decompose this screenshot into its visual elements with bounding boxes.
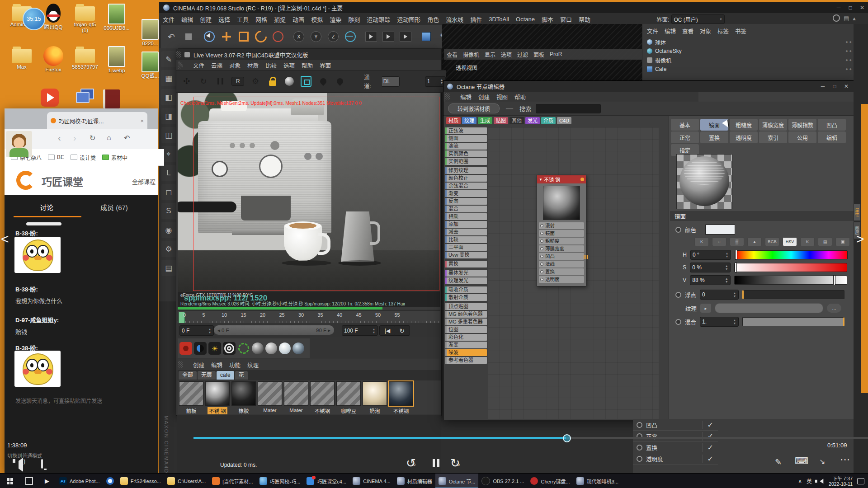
material-menu-item[interactable]: 编辑 — [211, 361, 222, 369]
desktop-icon[interactable] — [35, 89, 64, 107]
frame-range-slider[interactable]: ◂ 0 F 90 F ▸ — [214, 325, 334, 335]
texture-browse-button[interactable]: ... — [827, 304, 841, 313]
left-tool-3-icon[interactable]: ◨ — [161, 108, 176, 124]
material-thumbnail[interactable] — [284, 381, 308, 406]
color-tool-▒[interactable]: ▒ — [730, 237, 744, 246]
desktop-icon-585379797[interactable]: 585379797 — [71, 45, 99, 70]
node-type-item[interactable]: 渐变 — [445, 342, 487, 348]
refresh-frame-button[interactable]: ↻ — [394, 325, 410, 336]
all-courses-link[interactable]: 全部课程 — [132, 177, 156, 186]
select-tool-icon[interactable] — [201, 28, 218, 46]
node-type-item[interactable]: 实例范围 — [445, 158, 487, 165]
undo-icon[interactable]: ↶ — [124, 134, 130, 142]
c4d-menu-item[interactable]: Octane — [516, 16, 535, 23]
node-port-漫射[interactable]: 漫射 — [539, 222, 584, 229]
c4d-menu-item[interactable]: 雕刻 — [348, 15, 360, 23]
object-manager-menu-item[interactable]: 查看 — [682, 27, 693, 35]
material-thumbnail[interactable] — [205, 381, 230, 406]
live-viewer-menu-item[interactable]: 文件 — [193, 61, 204, 70]
object-manager-menu-item[interactable]: 文件 — [647, 27, 658, 35]
prop-tab-粗糙度[interactable]: 粗糙度 — [730, 119, 758, 131]
desktop-icon-Max[interactable]: Max — [7, 45, 36, 70]
browser-tab[interactable]: 巧匠网校-巧匠课… × — [47, 112, 147, 129]
object-manager-menu-item[interactable]: 编辑 — [665, 27, 676, 35]
media-player-button[interactable]: ▶ — [38, 474, 56, 488]
start-button[interactable] — [0, 474, 20, 488]
desktop-icon-006UJD8...[interactable]: 006UJD8... — [102, 3, 131, 31]
left-tool-9-icon[interactable]: ◉ — [161, 222, 176, 238]
goto-active-material-button[interactable]: 转到激活材质 — [448, 103, 500, 113]
material-name[interactable]: 不锈钢 — [392, 407, 410, 414]
render-start-icon[interactable]: ✣ — [181, 75, 192, 88]
c4d-menu-item[interactable]: 角色 — [427, 15, 439, 23]
prop-tab-编辑[interactable]: 编辑 — [818, 131, 846, 143]
rotate-tool-icon[interactable] — [252, 28, 269, 46]
task-view-button[interactable] — [20, 474, 38, 488]
node-type-item[interactable]: 侧面 — [445, 135, 487, 142]
node-type-item[interactable]: 顶点贴图 — [445, 303, 487, 310]
node-port-透明度[interactable]: 透明度 — [539, 276, 584, 283]
swatch-tool-icon[interactable] — [180, 28, 197, 46]
material-tab-全部[interactable]: 全部 — [179, 371, 197, 380]
material-node[interactable]: ▼不锈 钢 漫射镜面粗糙度薄膜宽度凹凸法线置换透明度 — [537, 175, 586, 286]
node-type-item[interactable]: MG 颜色着色器 — [445, 311, 487, 318]
node-type-item[interactable]: 颜色校正 — [445, 175, 487, 182]
material-thumbnail[interactable] — [179, 381, 203, 406]
material-item[interactable]: 不锈钢 — [310, 380, 335, 415]
render-tool-icon[interactable] — [363, 28, 380, 46]
object-manager-menu-item[interactable]: 书签 — [735, 27, 746, 35]
timeline-ruler[interactable]: 0510152025303540455055 — [178, 310, 440, 324]
node-port-粗糙度[interactable]: 粗糙度 — [539, 238, 584, 244]
material-name[interactable]: 奶泡 — [368, 407, 382, 414]
node-type-item[interactable]: 散射介质 — [445, 294, 487, 301]
node-type-item[interactable]: 混合 — [445, 206, 487, 212]
material-menu-item[interactable]: 功能 — [229, 361, 241, 369]
go-to-start-button[interactable]: |◀ — [379, 325, 396, 336]
side-tab-1[interactable]: 属性 — [854, 204, 860, 221]
c4d-menu-item[interactable]: 插件 — [470, 15, 482, 23]
texture-field[interactable] — [715, 303, 823, 313]
node-type-item[interactable]: 添加 — [445, 221, 487, 228]
float-radio[interactable] — [675, 292, 681, 298]
pause-icon[interactable] — [215, 75, 226, 88]
node-type-item[interactable]: 吸收介质 — [445, 286, 487, 293]
node-graph[interactable]: ▼不锈 钢 漫射镜面粗糙度薄膜宽度凹凸法线置换透明度 — [488, 127, 659, 419]
node-editor-menu-item[interactable]: 创建 — [478, 93, 490, 101]
color-tool-K[interactable]: K — [800, 237, 815, 246]
prop-tab-置换[interactable]: 置换 — [700, 131, 728, 143]
bookmark-item[interactable]: 设计类 — [71, 154, 96, 161]
node-type-item[interactable]: 实例颜色 — [445, 150, 487, 157]
attribute-check[interactable]: ✓ — [703, 421, 718, 429]
color-tool-▣[interactable]: ▣ — [835, 237, 850, 246]
prop-tab-透明度[interactable]: 透明度 — [730, 131, 758, 143]
interface-dropdown[interactable]: OC (用户)▾ — [671, 14, 725, 24]
taskbar-item-Octane 节...[interactable]: Octane 节... — [435, 474, 479, 488]
prev-chevron[interactable]: < — [1, 231, 9, 247]
material-name[interactable]: 不锈 钢 — [208, 407, 227, 414]
home-icon[interactable]: ⌂ — [107, 134, 111, 142]
c4d-menubar-tools[interactable]: ▤▴ — [833, 14, 856, 22]
prop-tab-索引[interactable]: 索引 — [759, 131, 787, 143]
mix-field[interactable]: 1.▴▾ — [700, 317, 739, 327]
back-icon[interactable]: ‹ — [58, 133, 61, 143]
grid-icon[interactable]: ▤ — [844, 15, 849, 22]
node-category-其他[interactable]: 其他 — [509, 117, 524, 124]
chat-sticker-image[interactable] — [14, 237, 61, 273]
hue-field[interactable]: 0 °▴▾ — [690, 250, 731, 260]
attribute-radio[interactable] — [637, 422, 642, 428]
material-item[interactable]: 不锈 钢 — [205, 380, 230, 415]
material-thumbnail[interactable] — [363, 381, 387, 406]
c4d-menu-item[interactable]: 工具 — [237, 15, 249, 23]
color-tool-◌[interactable]: ◌ — [712, 237, 726, 246]
object-name[interactable]: Cafe — [655, 66, 666, 72]
c4d-menu-item[interactable]: 选择 — [218, 15, 230, 23]
object-row[interactable]: 摄像机●● — [644, 56, 859, 65]
material-preset-2[interactable] — [265, 343, 277, 354]
taskbar-item-现代咖啡机3...[interactable]: 现代咖啡机3... — [573, 474, 622, 488]
desktop-icon-Firefox[interactable]: Firefox — [39, 45, 68, 73]
node-type-item[interactable]: 彩色化 — [445, 334, 487, 341]
saturation-field[interactable]: 0 %▴▾ — [690, 263, 731, 272]
lock-resolution-icon[interactable] — [267, 75, 278, 88]
node-type-item[interactable]: 修剪纹理 — [445, 167, 487, 174]
search-input[interactable] — [536, 104, 601, 113]
